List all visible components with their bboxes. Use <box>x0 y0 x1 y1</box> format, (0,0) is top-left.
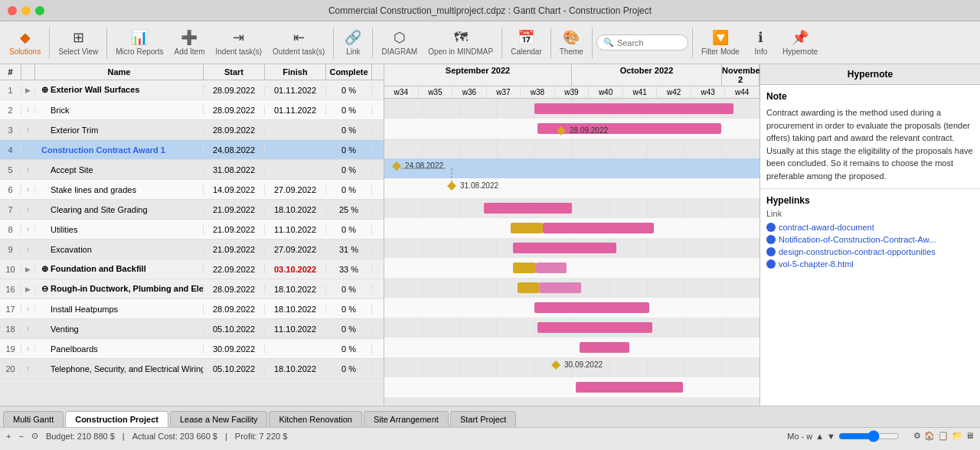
toolbar-sep-3 <box>333 28 334 58</box>
status-actual-cost: Actual Cost: 203 660 $ <box>132 432 217 441</box>
link-icon: 🔗 <box>345 29 361 46</box>
minimize-button[interactable] <box>21 6 31 15</box>
note-title: Note <box>766 91 974 102</box>
hyperlink-item-2[interactable]: Notification-of-Construction-Contract-Aw… <box>766 235 974 244</box>
link-text-4: vol-5-chapter-8.html <box>779 259 854 269</box>
tab-construction-project[interactable]: Construction Project <box>65 411 168 427</box>
status-icon-4[interactable]: 📁 <box>952 431 962 441</box>
close-button[interactable] <box>8 6 17 15</box>
status-profit: Profit: 7 220 $ <box>235 432 288 441</box>
cell-complete: 0 % <box>326 364 372 373</box>
tab-lease-new-facility[interactable]: Lease a New Facility <box>170 411 268 427</box>
zoom-up-icon[interactable]: ▲ <box>815 432 824 441</box>
cell-complete: 0 % <box>326 145 372 155</box>
milestone-label-accept-site: 31.08.2022 <box>460 181 498 190</box>
cell-complete: 0 % <box>326 344 372 354</box>
hypernote-panel: Hypernote Note Contract awarding is the … <box>760 64 980 406</box>
bar-telephone <box>576 382 683 393</box>
toolbar-solutions[interactable]: ◆ Solutions <box>5 26 45 59</box>
cell-name: ⊕ Foundation and Backfill <box>35 264 204 274</box>
cell-icons: ↕ <box>21 126 35 133</box>
status-icon-3[interactable]: 📋 <box>938 431 949 441</box>
zoom-down-icon[interactable]: ▼ <box>827 432 835 441</box>
table-row[interactable]: 1 ▶ ⊕ Exterior Wall Surfaces 28.09.2022 … <box>0 80 384 100</box>
bottom-tabs: Multi Gantt Construction Project Lease a… <box>0 406 980 427</box>
status-add[interactable]: + <box>6 432 11 441</box>
toolbar-info[interactable]: ℹ Info <box>746 26 776 59</box>
table-row[interactable]: 17 ↕ Install Heatpumps 28.09.2022 18.10.… <box>0 299 384 319</box>
tab-kitchen-renovation[interactable]: Kitchen Renovation <box>269 411 361 427</box>
toolbar-select-view[interactable]: ⊞ Select View <box>54 26 103 59</box>
toolbar-outdent-task[interactable]: ⇤ Outdent task(s) <box>268 26 329 59</box>
cell-name: Stake lines and grades <box>35 185 204 194</box>
toolbar-theme[interactable]: 🎨 Theme <box>555 26 588 59</box>
toolbar-micro-reports[interactable]: 📊 Micro Reports <box>111 26 168 59</box>
cell-name: Venting <box>35 324 204 334</box>
bar-exterior-wall <box>534 103 733 114</box>
table-row[interactable]: 10 ▶ ⊕ Foundation and Backfill 22.09.202… <box>0 259 384 279</box>
micro-reports-label: Micro Reports <box>116 47 163 56</box>
month-row: September 2022 October 2022 November 2 <box>384 64 760 86</box>
hyperlink-item-3[interactable]: design-construction-contract-opportuniti… <box>766 247 974 256</box>
table-row[interactable]: 5 ↕ Accept Site 31.08.2022 0 % <box>0 160 384 180</box>
week-w39: w39 <box>555 86 590 98</box>
table-row[interactable]: 19 ↕ Panelboards 30.09.2022 0 % <box>0 339 384 359</box>
toolbar-diagram[interactable]: ⬡ DIAGRAM <box>377 26 422 59</box>
table-row[interactable]: 8 ↕ Utilities 21.09.2022 11.10.2022 0 % <box>0 220 384 240</box>
zoom-slider[interactable] <box>838 430 900 442</box>
toolbar-indent-task[interactable]: ⇥ Indent task(s) <box>211 26 267 59</box>
table-row[interactable]: 6 ↕ Stake lines and grades 14.09.2022 27… <box>0 180 384 200</box>
calendar-label: Calendar <box>511 47 542 56</box>
zoom-label: Mo - w <box>787 432 812 441</box>
month-sep: September 2022 <box>384 64 572 86</box>
hyperlink-item-4[interactable]: vol-5-chapter-8.html <box>766 259 974 269</box>
col-header-complete: Complete <box>326 64 372 80</box>
toolbar-calendar[interactable]: 📅 Calendar <box>506 26 547 59</box>
search-box[interactable]: 🔍 <box>596 34 688 51</box>
status-remove[interactable]: − <box>18 432 23 441</box>
status-zoom-fit[interactable]: ⊙ <box>31 431 38 441</box>
table-row[interactable]: 9 ↕ Excavation 21.09.2022 27.09.2022 31 … <box>0 240 384 259</box>
cell-start: 21.09.2022 <box>204 205 265 214</box>
link-label: Link <box>346 47 360 56</box>
status-icon-5[interactable]: 🖥 <box>965 431 974 441</box>
table-row[interactable]: 4 Construction Contract Award 1 24.08.20… <box>0 140 384 160</box>
status-icon-2[interactable]: 🏠 <box>924 431 935 441</box>
tab-start-project[interactable]: Start Project <box>450 411 517 427</box>
status-icon-1[interactable]: ⚙ <box>913 431 921 441</box>
maximize-button[interactable] <box>35 6 44 15</box>
tab-multi-gantt[interactable]: Multi Gantt <box>3 411 64 427</box>
table-row[interactable]: 2 ↕ Brick 28.09.2022 01.11.2022 0 % <box>0 100 384 120</box>
table-row[interactable]: 16 ▶ ⊖ Rough-in Ductwork, Plumbing and E… <box>0 279 384 299</box>
cell-start: 30.09.2022 <box>204 344 265 354</box>
diagram-label: DIAGRAM <box>381 47 417 56</box>
search-input[interactable] <box>617 38 686 47</box>
table-row[interactable]: 18 ↕ Venting 05.10.2022 11.10.2022 0 % <box>0 319 384 339</box>
col-header-id: # <box>0 64 21 80</box>
toolbar-add-item[interactable]: ➕ Add Item <box>169 26 209 59</box>
week-row: w34 w35 w36 w37 w38 w39 w40 w41 w42 w43 … <box>384 86 760 98</box>
diagram-icon: ⬡ <box>394 29 406 46</box>
cell-complete: 0 % <box>326 86 372 95</box>
cell-finish: 11.10.2022 <box>265 225 326 234</box>
col-header-name: Name <box>35 64 204 80</box>
cell-complete: 0 % <box>326 285 372 294</box>
toolbar-mindmap[interactable]: 🗺 Open in MINDMAP <box>423 27 498 59</box>
table-row[interactable]: 3 ↕ Exterior Trim 28.09.2022 0 % <box>0 120 384 140</box>
tab-site-arrangement[interactable]: Site Arrangement <box>364 411 449 427</box>
cell-icons: ↕ <box>21 106 35 113</box>
toolbar-link[interactable]: 🔗 Link <box>338 26 368 59</box>
cell-finish: 18.10.2022 <box>265 364 326 373</box>
info-label: Info <box>755 47 768 56</box>
table-row[interactable]: 20 ↕ Telephone, Security, and Electrical… <box>0 359 384 379</box>
cell-start: 28.09.2022 <box>204 106 265 115</box>
toolbar-hypernote[interactable]: 📌 Hypernote <box>778 26 822 59</box>
cell-id: 3 <box>0 126 21 135</box>
cell-complete: 0 % <box>326 106 372 115</box>
toolbar-filter-mode[interactable]: 🔽 Filter Mode <box>697 26 744 59</box>
table-row[interactable]: 7 ↕ Clearing and Site Grading 21.09.2022… <box>0 200 384 220</box>
hyperlink-item-1[interactable]: contract-award-document <box>766 223 974 232</box>
link-dot-1 <box>766 223 776 232</box>
link-text-1: contract-award-document <box>779 223 874 232</box>
cell-complete: 31 % <box>326 245 372 254</box>
